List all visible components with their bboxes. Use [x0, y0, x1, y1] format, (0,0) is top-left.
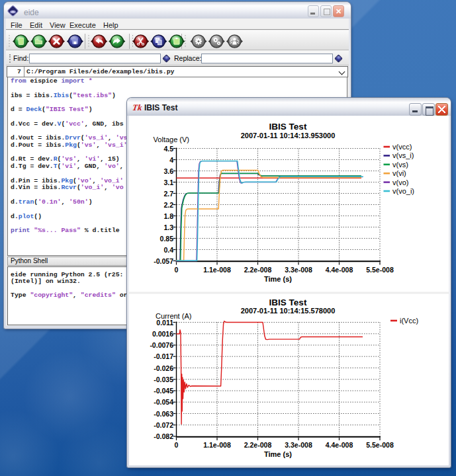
svg-text:-0.0076: -0.0076 [150, 341, 173, 349]
svg-text:-0.072: -0.072 [154, 421, 173, 429]
svg-text:-0.017: -0.017 [154, 352, 173, 360]
svg-text:5.5e-008: 5.5e-008 [366, 441, 394, 449]
svg-text:4.4e-008: 4.4e-008 [326, 441, 353, 449]
svg-text:0.0016: 0.0016 [152, 330, 173, 338]
svg-text:Time (s): Time (s) [264, 275, 292, 283]
svg-text:v(vo): v(vo) [392, 178, 408, 186]
svg-text:-0.054: -0.054 [154, 398, 173, 406]
svg-text:4.4e-008: 4.4e-008 [326, 266, 353, 274]
svg-text:5.5e-008: 5.5e-008 [366, 266, 394, 274]
svg-text:-0.063: -0.063 [154, 410, 173, 418]
svg-text:2.2e-008: 2.2e-008 [244, 441, 272, 449]
svg-text:v(vcc): v(vcc) [392, 143, 412, 151]
svg-text:i(Vcc): i(Vcc) [400, 317, 418, 325]
svg-text:v(vs): v(vs) [392, 161, 408, 169]
svg-text:Voltage (V): Voltage (V) [154, 136, 189, 143]
svg-text:v(vi): v(vi) [392, 169, 406, 177]
svg-text:-0.045: -0.045 [154, 387, 173, 395]
svg-text:2007-01-11 10:14:15.578000: 2007-01-11 10:14:15.578000 [241, 307, 336, 315]
svg-text:3.3e-008: 3.3e-008 [285, 441, 312, 449]
svg-text:0: 0 [175, 266, 179, 274]
svg-text:2.2e-008: 2.2e-008 [244, 266, 272, 274]
svg-text:1.1e-008: 1.1e-008 [203, 441, 231, 449]
svg-text:Time (s): Time (s) [264, 450, 292, 458]
svg-text:2007-01-11 10:14:13.953000: 2007-01-11 10:14:13.953000 [241, 132, 336, 139]
svg-text:IBIS Test: IBIS Test [269, 122, 307, 132]
svg-text:v(vo_i): v(vo_i) [392, 187, 414, 195]
svg-text:v(vs_i): v(vs_i) [392, 151, 414, 159]
svg-text:-0.057: -0.057 [154, 257, 173, 265]
svg-text:0.4: 0.4 [163, 246, 173, 254]
svg-text:3.1: 3.1 [163, 178, 173, 186]
svg-text:4.5: 4.5 [163, 145, 173, 153]
svg-text:IBIS Test: IBIS Test [269, 298, 307, 307]
svg-text:2.2: 2.2 [163, 201, 173, 209]
svg-text:-0.035: -0.035 [154, 376, 173, 383]
svg-text:1.1e-008: 1.1e-008 [203, 266, 231, 274]
svg-text:-0.082: -0.082 [154, 432, 173, 440]
svg-text:1.3: 1.3 [163, 223, 173, 231]
svg-text:3.3e-008: 3.3e-008 [285, 266, 312, 274]
svg-text:0.011: 0.011 [156, 319, 173, 327]
svg-text:1.8: 1.8 [163, 212, 173, 220]
svg-text:0.85: 0.85 [160, 235, 174, 243]
svg-text:4: 4 [169, 156, 173, 164]
svg-text:-0.026: -0.026 [154, 364, 173, 372]
svg-text:2.7: 2.7 [163, 190, 173, 198]
svg-text:3.6: 3.6 [163, 167, 173, 175]
svg-text:0: 0 [175, 441, 179, 449]
